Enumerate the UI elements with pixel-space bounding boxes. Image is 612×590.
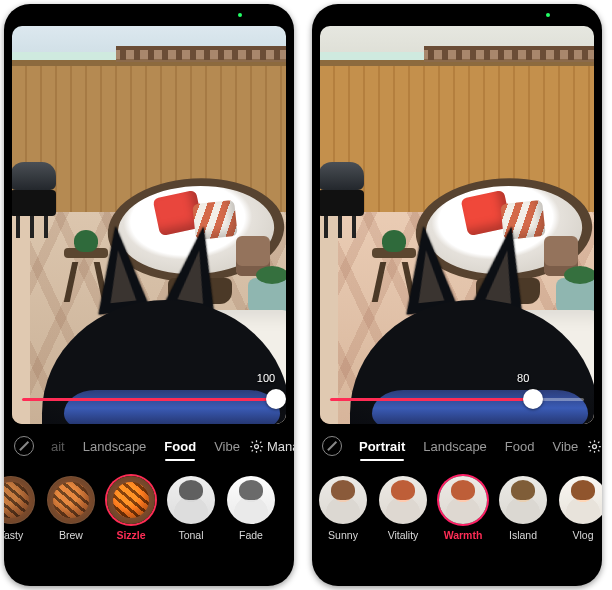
filter-thumb-warmth <box>439 476 487 524</box>
intensity-slider[interactable]: 100 <box>22 384 276 412</box>
gear-icon[interactable] <box>587 439 602 454</box>
filter-warmth[interactable]: Warmth <box>436 476 490 541</box>
tab-vibe[interactable]: Vibe <box>544 435 588 458</box>
grill-icon <box>12 162 58 238</box>
camera-dot-icon <box>238 13 242 17</box>
filter-sizzle[interactable]: Sizzle <box>104 476 158 541</box>
tab-portrait[interactable]: Portrait <box>350 435 414 458</box>
filter-tonal[interactable]: Tonal <box>164 476 218 541</box>
tab-portrait-cut[interactable]: ait <box>42 435 74 458</box>
slider-thumb[interactable] <box>523 389 543 409</box>
tab-landscape[interactable]: Landscape <box>414 435 496 458</box>
camera-viewport[interactable]: 100 <box>12 26 286 424</box>
filter-vlog[interactable]: Vlog <box>556 476 602 541</box>
filter-category-tabs: ait Landscape Food Vibe Manage <box>4 428 294 464</box>
filter-label: Vitality <box>376 529 430 541</box>
camera-viewport[interactable]: 80 <box>320 26 594 424</box>
filter-thumb-sunny <box>319 476 367 524</box>
slider-fill <box>22 398 276 401</box>
filter-fade[interactable]: Fade <box>224 476 278 541</box>
filter-island[interactable]: Island <box>496 476 550 541</box>
filter-thumb-tasty <box>4 476 35 524</box>
tab-landscape[interactable]: Landscape <box>74 435 156 458</box>
filter-sunny[interactable]: Sunny <box>316 476 370 541</box>
gear-icon[interactable] <box>249 439 264 454</box>
svg-point-0 <box>254 444 258 448</box>
tab-food[interactable]: Food <box>155 435 205 458</box>
filter-label: Warmth <box>436 529 490 541</box>
filter-category-tabs: Portrait Landscape Food Vibe <box>312 428 602 464</box>
no-filter-icon[interactable] <box>322 436 342 456</box>
svg-point-1 <box>593 444 597 448</box>
filter-thumb-brew <box>47 476 95 524</box>
filter-strip[interactable]: SunnyVitalityWarmthIslandVlog <box>312 470 602 578</box>
slider-fill <box>330 398 533 401</box>
filter-label: Tonal <box>164 529 218 541</box>
slider-value: 100 <box>257 372 275 384</box>
filter-label: Sunny <box>316 529 370 541</box>
camera-dot-icon <box>546 13 550 17</box>
filter-vitality[interactable]: Vitality <box>376 476 430 541</box>
filter-label: Vlog <box>556 529 602 541</box>
slider-thumb[interactable] <box>266 389 286 409</box>
phone-left: 100 ait Landscape Food Vibe Manage Tasty… <box>4 4 294 586</box>
manage-button[interactable]: Manage <box>267 439 294 454</box>
slider-value: 80 <box>517 372 529 384</box>
filter-label: Island <box>496 529 550 541</box>
phone-right: 80 Portrait Landscape Food Vibe SunnyVit… <box>312 4 602 586</box>
filter-thumb-sizzle <box>107 476 155 524</box>
filter-tasty[interactable]: Tasty <box>4 476 38 541</box>
filter-label: Tasty <box>4 529 38 541</box>
tab-vibe[interactable]: Vibe <box>205 435 249 458</box>
intensity-slider[interactable]: 80 <box>330 384 584 412</box>
filter-thumb-island <box>499 476 547 524</box>
filter-label: Fade <box>224 529 278 541</box>
filter-strip[interactable]: TastyBrewSizzleTonalFade <box>4 470 294 578</box>
filter-thumb-vlog <box>559 476 602 524</box>
tab-food[interactable]: Food <box>496 435 544 458</box>
filter-thumb-fade <box>227 476 275 524</box>
filter-label: Sizzle <box>104 529 158 541</box>
filter-thumb-tonal <box>167 476 215 524</box>
no-filter-icon[interactable] <box>14 436 34 456</box>
filter-label: Brew <box>44 529 98 541</box>
filter-brew[interactable]: Brew <box>44 476 98 541</box>
filter-thumb-vitality <box>379 476 427 524</box>
